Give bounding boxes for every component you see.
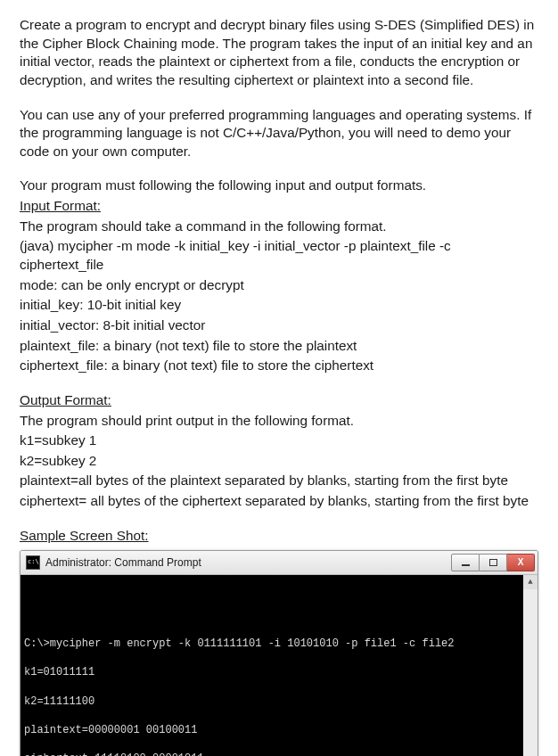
command-prompt-window: Administrator: Command Prompt X ▲ ▼ C:\>… xyxy=(20,550,538,756)
input-line: mode: can be only encrypt or decrypt xyxy=(20,276,538,295)
intro-paragraph-3: Your program must following the followin… xyxy=(20,177,538,195)
window-title: Administrator: Command Prompt xyxy=(45,555,201,570)
input-line: plaintext_file: a binary (not text) file… xyxy=(20,337,538,356)
scroll-up-icon[interactable]: ▲ xyxy=(523,575,537,589)
input-format-heading: Input Format: xyxy=(20,197,538,216)
terminal-line: C:\>mycipher -m encrypt -k 0111111101 -i… xyxy=(24,637,520,651)
close-button[interactable]: X xyxy=(507,554,535,571)
terminal-line: plaintext=00000001 00100011 xyxy=(24,723,520,737)
terminal-line: k2=11111100 xyxy=(24,694,520,709)
minimize-button[interactable] xyxy=(451,554,480,571)
output-line: ciphertext= all bytes of the ciphertext … xyxy=(20,492,538,511)
output-format-heading: Output Format: xyxy=(20,391,538,410)
intro-paragraph-2: You can use any of your preferred progra… xyxy=(20,106,538,161)
input-line: initial_vector: 8-bit initial vector xyxy=(20,316,538,335)
cmd-icon xyxy=(26,555,40,570)
terminal-body[interactable]: ▲ ▼ C:\>mycipher -m encrypt -k 011111110… xyxy=(21,575,537,756)
input-line: (java) mycipher -m mode -k initial_key -… xyxy=(20,237,538,274)
terminal-line: k1=01011111 xyxy=(24,665,520,679)
input-line: ciphertext_file: a binary (not text) fil… xyxy=(20,357,538,375)
sample-screenshot-heading: Sample Screen Shot: xyxy=(20,527,538,546)
output-line: k1=subkey 1 xyxy=(20,431,538,450)
input-line: initial_key: 10-bit initial key xyxy=(20,296,538,315)
output-line: k2=subkey 2 xyxy=(20,452,538,471)
intro-paragraph-1: Create a program to encrypt and decrypt … xyxy=(20,16,538,90)
window-buttons: X xyxy=(451,554,537,571)
output-line: The program should print output in the f… xyxy=(20,412,538,431)
window-titlebar: Administrator: Command Prompt X xyxy=(21,551,537,575)
maximize-button[interactable] xyxy=(480,554,507,571)
input-line: The program should take a command in the… xyxy=(20,218,538,236)
output-line: plaintext=all bytes of the plaintext sep… xyxy=(20,472,538,490)
terminal-line: ciphertext=11110100 00001011 xyxy=(24,752,520,756)
